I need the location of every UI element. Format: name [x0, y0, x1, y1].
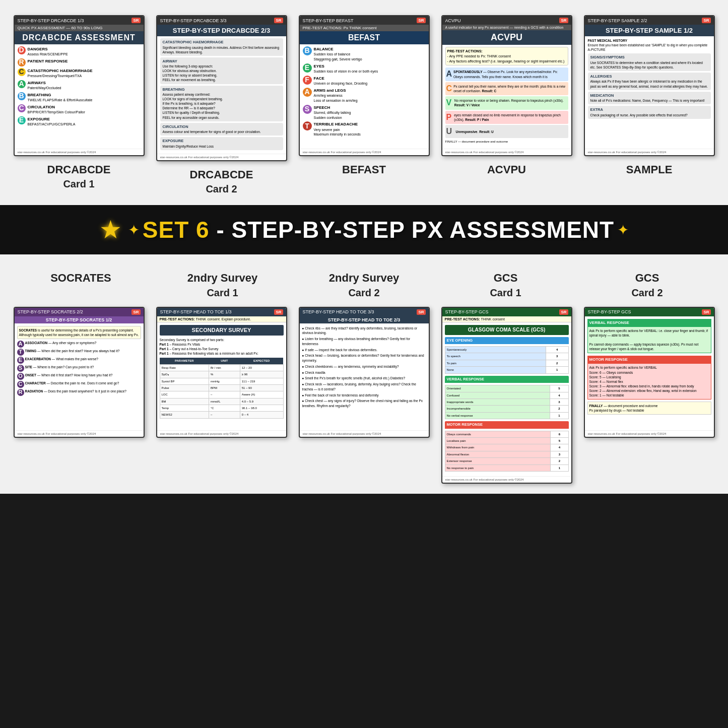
bf-f-title: FACE: [314, 76, 426, 81]
table-row: BMmmol/L4.0 – 5.9: [160, 398, 283, 405]
list-item: Ask Px to perform specific actions for V…: [589, 365, 709, 370]
letter-a: A: [18, 80, 26, 88]
drcabcde-1-label: DRCABCDE: [47, 163, 111, 176]
row-param: Temp: [160, 405, 209, 412]
gcs2-body: VERBAL RESPONSE Ask Px to perform specif…: [585, 316, 714, 430]
sample-signs-section: SIGNS/SYMPTOMS Use SOCRATES to determine…: [588, 53, 711, 71]
acvpu-letter-u: U: [446, 126, 454, 137]
drcabcde-row-a: A AIRWAYS Patent/May/Occluded: [18, 80, 141, 91]
sr-logo-5: SR: [702, 18, 710, 23]
drcabcde-2-cath-desc: Significant bleeding causing death in mi…: [163, 45, 281, 54]
gcs1-verbal-table: Orientated5 Confused4 Inappropriate word…: [445, 385, 569, 419]
sample-allergies-title: ALLERGIES: [590, 74, 708, 80]
drcabcde-1-sublabel: Card 1: [63, 178, 94, 190]
gcs-eye-row: Spontaneously: [445, 347, 546, 353]
socrates-c-desc: CHARACTER — Describe the pain to me. Doe…: [25, 381, 119, 385]
drcabcde-a-content: AIRWAYS Patent/May/Occluded: [28, 80, 141, 91]
socrates-body: SOCRATES is useful for determining the d…: [15, 323, 144, 430]
gcs1-motor-title: MOTOR RESPONSE: [445, 421, 569, 429]
gcs1-header-text: STEP-BY-STEP GCS: [445, 309, 489, 314]
gcs-eye-row: To speech: [445, 353, 546, 360]
sample-card-image: STEP-BY-STEP SAMPLE 2/2 SR STEP-BY-STEP …: [584, 15, 715, 156]
gcs-motor-row: Localises pain: [445, 438, 551, 444]
top-cards-row: STEP-BY-STEP DRCABCDE 1/3 SR QUICK PX AS…: [10, 15, 718, 195]
survey2-items: ● Check ribs — are they intact? Identify…: [302, 326, 426, 409]
acvpu-header-text: ACVPU: [445, 18, 461, 23]
row-param: Pulse: [160, 384, 209, 391]
table-row: Systol BPmmHg111 – 219: [160, 378, 283, 384]
sr-logo-3: SR: [417, 18, 425, 23]
gcs2-header-text: STEP-BY-STEP GCS: [588, 309, 631, 314]
socrates-a-desc: ASSOCIATION — Any other signs or symptom…: [25, 341, 97, 345]
gcs-verbal-row: Orientated: [445, 385, 550, 392]
drcabcde-1-body: D DANGERS Assess Risk/SCENE/PPE R PATIEN…: [15, 44, 144, 149]
gcs-motor-row: Abnormal flexion: [445, 451, 551, 457]
drcabcde-row-ci: C CIRCULATION BP/PR/CRT/Temp/Skin Colour…: [18, 104, 141, 115]
socrates-letter-a: A: [17, 341, 24, 348]
bf-letter-f: F: [303, 76, 312, 85]
list-item: ● Feel the back of neck for tenderness a…: [302, 393, 426, 398]
gcs-score: 1: [550, 412, 568, 419]
bottom-labels-row: SOCRATES 2ndry Survey Card 1 2ndry Surve…: [10, 264, 718, 298]
drcabcde-2-header: STEP-BY-STEP DRCABCDE 3/3 SR: [157, 16, 286, 25]
sr-logo-4: SR: [559, 18, 568, 23]
survey2-label-container: 2ndry Survey Card 2: [299, 264, 430, 298]
sr-logo-10: SR: [702, 309, 710, 315]
survey1-footer: star-resources.co.uk For educational pur…: [157, 430, 286, 437]
befast-subtitle: PRE-TEST ACTIONS: Px THINK consent: [300, 25, 429, 31]
row-expected: Aware (A): [240, 391, 283, 398]
bf-letter-s: S: [303, 105, 312, 114]
survey1-header-text: STEP-BY-STEP HEAD TO TOE 1/3: [160, 309, 232, 314]
bf-b-desc: Sudden loss of balanceStaggering gait, S…: [314, 52, 426, 62]
survey1-sublabel: Card 1: [157, 287, 288, 299]
acvpu-footer: star-resources.co.uk For educational pur…: [442, 149, 571, 155]
befast-title-bar: BEFAST: [300, 31, 429, 44]
drcabcde-2-header-text: STEP-BY-STEP DRCABCDE 3/3: [160, 18, 227, 23]
table-row: NEWS2–0 – 4: [160, 412, 283, 418]
gcs-score: 3: [551, 451, 568, 457]
gcs2-footer: star-resources.co.uk For educational pur…: [585, 430, 714, 437]
drcabcde-a-desc: Patent/May/Occluded: [28, 86, 61, 90]
bf-e-content: EYES Sudden loss of vision in one or bot…: [314, 63, 426, 74]
sample-header: STEP-BY-STEP SAMPLE 2/2 SR: [585, 16, 714, 25]
befast-footer: star-resources.co.uk For educational pur…: [300, 149, 429, 155]
acvpu-label: ACVPU: [487, 163, 526, 176]
banner-dash: - STEP-BY-STEP Px ASSESSMENT: [210, 217, 615, 243]
gcs-score: 5: [550, 385, 568, 392]
socrates-letter-s: S: [17, 365, 24, 372]
gcs2-verbal-body: Ask Px to perform specific actions for V…: [587, 326, 711, 353]
survey2-header-text: STEP-BY-STEP HEAD TO TOE 3/3: [303, 309, 374, 314]
gcs-score: 4: [546, 347, 568, 353]
socrates-card-image: STEP-BY-STEP SOCRATES 2/2 SR STEP-BY-STE…: [14, 307, 145, 438]
row-expected: 51 – 90: [240, 384, 283, 391]
gcs-motor-row: Extensor response: [445, 458, 551, 465]
row-expected: 0 – 4: [240, 412, 283, 418]
befast-label: BEFAST: [342, 163, 386, 176]
bf-letter-b: B: [303, 46, 312, 55]
bf-s-content: SPEECH Slurred, difficulty talkingSudden…: [314, 105, 426, 120]
acvpu-card-image: ACVPU SR A useful indicator for any Px a…: [441, 15, 572, 156]
gcs-score: 3: [550, 399, 568, 405]
gcs-score: 4: [551, 444, 568, 451]
drcabcde-card-2-image: STEP-BY-STEP DRCABCDE 3/3 SR STEP-BY-STE…: [156, 15, 287, 161]
gcs1-motor-table: Obeys commands6 Localises pain5 Withdraw…: [445, 431, 569, 472]
row-expected: 4.0 – 5.9: [240, 398, 283, 405]
gcs2-verbal-title: VERBAL RESPONSE: [587, 319, 711, 326]
acvpu-pretest: PRE-TEST ACTIONS: - Any PPE needed to Px…: [445, 47, 568, 65]
list-item: Score: 5 — Localising: [589, 375, 709, 379]
row-param: NEWS2: [160, 412, 209, 418]
gcs2-motor-title: MOTOR RESPONSE: [587, 356, 711, 363]
survey1-table-body: Resp RateBr / min12 – 20 SpO₂%≥ 96 Systo…: [160, 364, 283, 418]
drcabcde-2-breathing-desc: Assess patient airway confirmed:LOOK for…: [163, 92, 281, 120]
row-expected: 12 – 20: [240, 364, 283, 371]
row-param: BM: [160, 398, 209, 405]
drcabcde-e-content: EXPOSURE BEFAST/ACVPU/GCS/PERLA: [28, 116, 141, 127]
list-item: ● Check cheekbones — any tenderness, sym…: [302, 364, 426, 369]
top-section: STEP-BY-STEP DRCABCDE 1/3 SR QUICK PX AS…: [0, 0, 728, 205]
table-row: Extensor response2: [445, 458, 568, 465]
row-unit: –: [209, 412, 240, 418]
row-param: Systol BP: [160, 378, 209, 384]
gcs-score: 2: [551, 458, 568, 465]
gcs-score: 1: [546, 367, 568, 373]
list-item: ● Check maxilla: [302, 370, 426, 375]
